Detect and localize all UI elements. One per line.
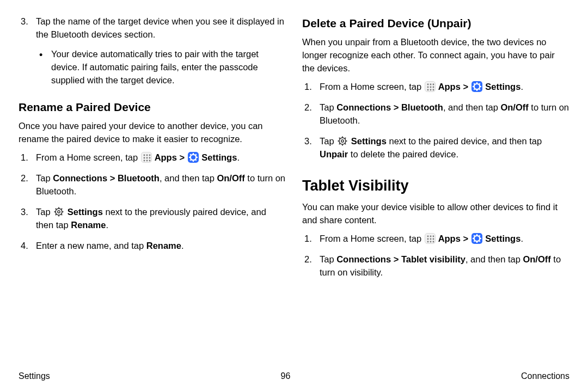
- rename-intro: Once you have paired your device to anot…: [19, 120, 286, 146]
- tablet-visibility-label: Tablet visibility: [401, 254, 465, 264]
- rename-step-3: Tap Settings next to the previously pair…: [19, 206, 286, 232]
- caret: >: [461, 82, 471, 91]
- settings-label: Settings: [483, 234, 521, 243]
- text: to delete the paired device.: [348, 149, 458, 159]
- apps-label: Apps: [436, 82, 461, 91]
- pair-step-3-note: Your device automatically tries to pair …: [36, 48, 286, 87]
- gear-icon: [337, 136, 348, 146]
- tablet-visibility-intro: You can make your device visible to allo…: [302, 201, 569, 227]
- tablet-visibility-heading: Tablet Visibility: [302, 175, 569, 197]
- delete-step-3: Tap Settings next to the paired device, …: [302, 135, 569, 161]
- footer-right: Connections: [521, 370, 569, 382]
- text: next to the paired device, and then tap: [387, 136, 542, 146]
- settings-icon: [471, 81, 482, 92]
- rename-step-4: Enter a new name, and tap Rename.: [19, 240, 286, 253]
- text: From a Home screen, tap: [320, 82, 424, 91]
- settings-label: Settings: [483, 82, 521, 91]
- onoff-label: On/Off: [500, 102, 528, 112]
- right-column: Delete a Paired Device (Unpair) When you…: [302, 15, 569, 287]
- text: Tap: [320, 102, 336, 112]
- settings-icon: [188, 152, 199, 163]
- pair-step-3: Tap the name of the target device when y…: [19, 15, 286, 87]
- delete-intro: When you unpair from a Bluetooth device,…: [302, 36, 569, 75]
- period: .: [181, 241, 184, 250]
- text: Tap: [36, 173, 53, 183]
- apps-icon: [425, 81, 436, 92]
- caret: >: [177, 152, 187, 162]
- rename-step-2: Tap Connections > Bluetooth, and then ta…: [19, 172, 286, 198]
- page-footer: Settings 96 Connections: [19, 370, 569, 382]
- rename-label: Rename: [71, 220, 106, 230]
- rename-heading: Rename a Paired Device: [19, 99, 286, 115]
- settings-label: Settings: [199, 152, 237, 162]
- rename-label: Rename: [146, 241, 181, 250]
- text: From a Home screen, tap: [320, 234, 424, 243]
- delete-step-2: Tap Connections > Bluetooth, and then ta…: [302, 101, 569, 127]
- apps-label: Apps: [436, 234, 461, 243]
- apps-icon: [141, 152, 152, 163]
- text: Tap: [320, 254, 336, 264]
- text: From a Home screen, tap: [36, 152, 140, 162]
- period: .: [520, 82, 523, 91]
- settings-icon: [471, 233, 482, 244]
- tablet-step-1: From a Home screen, tap Apps > Settings.: [302, 232, 569, 246]
- caret: >: [391, 102, 401, 112]
- settings-label: Settings: [348, 136, 387, 146]
- text: Enter a new name, and tap: [36, 241, 146, 250]
- caret: >: [461, 234, 471, 243]
- period: .: [106, 220, 108, 230]
- unpair-label: Unpair: [320, 149, 348, 159]
- left-column: Tap the name of the target device when y…: [19, 15, 286, 287]
- settings-label: Settings: [65, 207, 103, 217]
- apps-label: Apps: [152, 152, 177, 162]
- gear-icon: [53, 206, 64, 217]
- footer-page-number: 96: [281, 370, 291, 382]
- bluetooth-label: Bluetooth: [118, 173, 160, 183]
- delete-heading: Delete a Paired Device (Unpair): [302, 15, 569, 32]
- onoff-label: On/Off: [217, 173, 244, 183]
- text: , and then tap: [443, 102, 501, 112]
- text: , and then tap: [160, 173, 217, 183]
- period: .: [237, 152, 240, 162]
- rename-step-1: From a Home screen, tap Apps > Settings.: [19, 151, 286, 164]
- caret: >: [107, 173, 118, 183]
- text: Tap: [320, 136, 336, 146]
- connections-label: Connections: [336, 254, 391, 264]
- text: , and then tap: [465, 254, 523, 264]
- onoff-label: On/Off: [523, 254, 550, 264]
- step-text: Tap the name of the target device when y…: [36, 16, 284, 39]
- apps-icon: [425, 233, 436, 244]
- text: Tap: [36, 207, 53, 217]
- tablet-step-2: Tap Connections > Tablet visibility, and…: [302, 253, 569, 279]
- bluetooth-label: Bluetooth: [401, 102, 443, 112]
- caret: >: [391, 254, 401, 264]
- footer-left: Settings: [19, 370, 50, 382]
- delete-step-1: From a Home screen, tap Apps > Settings.: [302, 81, 569, 94]
- connections-label: Connections: [336, 102, 391, 112]
- connections-label: Connections: [53, 173, 107, 183]
- period: .: [520, 234, 523, 243]
